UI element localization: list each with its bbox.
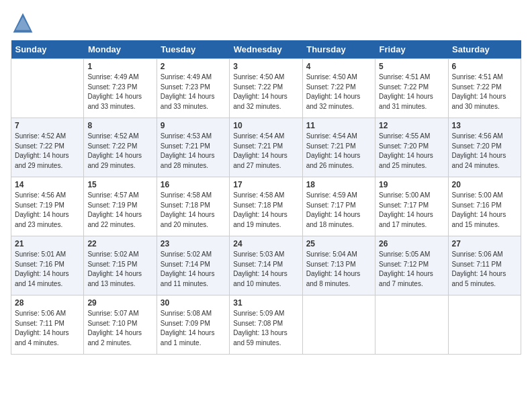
day-number: 30 [161,298,226,308]
calendar-cell: 20Sunrise: 5:00 AM Sunset: 7:16 PM Dayli… [448,177,521,236]
calendar-cell: 5Sunrise: 4:51 AM Sunset: 7:22 PM Daylig… [375,59,448,118]
column-header-wednesday: Wednesday [230,40,302,59]
day-number: 14 [15,180,80,189]
calendar-cell: 25Sunrise: 5:04 AM Sunset: 7:13 PM Dayli… [302,236,375,295]
day-info: Sunrise: 5:06 AM Sunset: 7:11 PM Dayligh… [452,250,517,289]
column-header-monday: Monday [84,40,157,59]
calendar-cell: 14Sunrise: 4:56 AM Sunset: 7:19 PM Dayli… [11,177,84,236]
day-number: 7 [15,121,80,130]
day-number: 15 [87,180,152,189]
day-number: 16 [161,180,226,189]
day-info: Sunrise: 4:57 AM Sunset: 7:19 PM Dayligh… [87,191,152,230]
calendar-cell: 12Sunrise: 4:55 AM Sunset: 7:20 PM Dayli… [375,118,448,177]
calendar-week-row: 1Sunrise: 4:49 AM Sunset: 7:23 PM Daylig… [11,59,521,118]
day-number: 10 [233,121,298,130]
day-number: 11 [306,121,371,130]
calendar-cell: 18Sunrise: 4:59 AM Sunset: 7:17 PM Dayli… [302,177,375,236]
day-number: 20 [452,180,517,189]
logo-icon [11,11,35,35]
calendar-cell [302,295,375,355]
calendar-table: SundayMondayTuesdayWednesdayThursdayFrid… [11,40,521,355]
day-info: Sunrise: 4:50 AM Sunset: 7:22 PM Dayligh… [306,73,371,111]
day-number: 29 [87,298,152,308]
day-info: Sunrise: 4:54 AM Sunset: 7:21 PM Dayligh… [233,132,298,171]
calendar-cell: 28Sunrise: 5:06 AM Sunset: 7:11 PM Dayli… [11,295,84,355]
day-number: 4 [306,62,371,71]
day-info: Sunrise: 4:50 AM Sunset: 7:22 PM Dayligh… [233,73,298,111]
day-number: 27 [452,239,517,248]
calendar-week-row: 28Sunrise: 5:06 AM Sunset: 7:11 PM Dayli… [11,295,521,355]
day-number: 5 [379,62,444,71]
day-info: Sunrise: 4:59 AM Sunset: 7:17 PM Dayligh… [306,191,371,230]
calendar-cell: 21Sunrise: 5:01 AM Sunset: 7:16 PM Dayli… [11,236,84,295]
calendar-cell: 24Sunrise: 5:03 AM Sunset: 7:14 PM Dayli… [230,236,302,295]
day-number: 23 [161,239,226,248]
day-info: Sunrise: 4:51 AM Sunset: 7:22 PM Dayligh… [452,73,517,111]
calendar-cell [448,295,521,355]
day-number: 18 [306,180,371,189]
day-info: Sunrise: 5:07 AM Sunset: 7:10 PM Dayligh… [87,309,152,348]
day-info: Sunrise: 4:54 AM Sunset: 7:21 PM Dayligh… [306,132,371,171]
calendar-cell: 31Sunrise: 5:09 AM Sunset: 7:08 PM Dayli… [230,295,302,355]
calendar-cell: 30Sunrise: 5:08 AM Sunset: 7:09 PM Dayli… [157,295,229,355]
day-info: Sunrise: 5:08 AM Sunset: 7:09 PM Dayligh… [161,309,226,348]
calendar-cell: 9Sunrise: 4:53 AM Sunset: 7:21 PM Daylig… [157,118,229,177]
calendar-cell: 16Sunrise: 4:58 AM Sunset: 7:18 PM Dayli… [157,177,229,236]
calendar-cell [11,59,84,118]
calendar-cell: 13Sunrise: 4:56 AM Sunset: 7:20 PM Dayli… [448,118,521,177]
column-header-saturday: Saturday [448,40,521,59]
day-info: Sunrise: 5:02 AM Sunset: 7:14 PM Dayligh… [161,250,226,289]
column-header-friday: Friday [375,40,448,59]
day-info: Sunrise: 5:00 AM Sunset: 7:17 PM Dayligh… [379,191,444,230]
calendar-cell [375,295,448,355]
calendar-cell: 27Sunrise: 5:06 AM Sunset: 7:11 PM Dayli… [448,236,521,295]
calendar-cell: 17Sunrise: 4:58 AM Sunset: 7:18 PM Dayli… [230,177,302,236]
calendar-cell: 10Sunrise: 4:54 AM Sunset: 7:21 PM Dayli… [230,118,302,177]
day-number: 2 [161,62,226,71]
day-number: 28 [15,298,80,308]
calendar-cell: 26Sunrise: 5:05 AM Sunset: 7:12 PM Dayli… [375,236,448,295]
day-info: Sunrise: 4:49 AM Sunset: 7:23 PM Dayligh… [87,73,152,111]
day-number: 1 [87,62,152,71]
day-info: Sunrise: 4:52 AM Sunset: 7:22 PM Dayligh… [15,132,80,171]
day-number: 6 [452,62,517,71]
day-number: 31 [233,298,298,308]
day-number: 26 [379,239,444,248]
day-info: Sunrise: 5:03 AM Sunset: 7:14 PM Dayligh… [233,250,298,289]
day-number: 24 [233,239,298,248]
day-number: 3 [233,62,298,71]
day-info: Sunrise: 4:53 AM Sunset: 7:21 PM Dayligh… [161,132,226,171]
day-number: 22 [87,239,152,248]
calendar-cell: 22Sunrise: 5:02 AM Sunset: 7:15 PM Dayli… [84,236,157,295]
day-number: 12 [379,121,444,130]
day-info: Sunrise: 5:02 AM Sunset: 7:15 PM Dayligh… [87,250,152,289]
calendar-cell: 4Sunrise: 4:50 AM Sunset: 7:22 PM Daylig… [302,59,375,118]
column-header-thursday: Thursday [302,40,375,59]
day-info: Sunrise: 5:04 AM Sunset: 7:13 PM Dayligh… [306,250,371,289]
calendar-cell: 6Sunrise: 4:51 AM Sunset: 7:22 PM Daylig… [448,59,521,118]
day-number: 21 [15,239,80,248]
day-info: Sunrise: 4:49 AM Sunset: 7:23 PM Dayligh… [161,73,226,111]
calendar-week-row: 14Sunrise: 4:56 AM Sunset: 7:19 PM Dayli… [11,177,521,236]
page-header [11,11,521,35]
calendar-cell: 11Sunrise: 4:54 AM Sunset: 7:21 PM Dayli… [302,118,375,177]
calendar-cell: 15Sunrise: 4:57 AM Sunset: 7:19 PM Dayli… [84,177,157,236]
calendar-week-row: 21Sunrise: 5:01 AM Sunset: 7:16 PM Dayli… [11,236,521,295]
calendar-cell: 7Sunrise: 4:52 AM Sunset: 7:22 PM Daylig… [11,118,84,177]
day-info: Sunrise: 4:51 AM Sunset: 7:22 PM Dayligh… [379,73,444,111]
day-info: Sunrise: 5:05 AM Sunset: 7:12 PM Dayligh… [379,250,444,289]
calendar-body: 1Sunrise: 4:49 AM Sunset: 7:23 PM Daylig… [11,59,521,355]
day-info: Sunrise: 4:55 AM Sunset: 7:20 PM Dayligh… [379,132,444,171]
day-number: 8 [87,121,152,130]
calendar-cell: 23Sunrise: 5:02 AM Sunset: 7:14 PM Dayli… [157,236,229,295]
calendar-cell: 3Sunrise: 4:50 AM Sunset: 7:22 PM Daylig… [230,59,302,118]
day-info: Sunrise: 5:06 AM Sunset: 7:11 PM Dayligh… [15,309,80,348]
calendar-cell: 2Sunrise: 4:49 AM Sunset: 7:23 PM Daylig… [157,59,229,118]
calendar-cell: 19Sunrise: 5:00 AM Sunset: 7:17 PM Dayli… [375,177,448,236]
day-number: 25 [306,239,371,248]
day-number: 13 [452,121,517,130]
day-info: Sunrise: 4:56 AM Sunset: 7:20 PM Dayligh… [452,132,517,171]
day-info: Sunrise: 4:56 AM Sunset: 7:19 PM Dayligh… [15,191,80,230]
day-number: 19 [379,180,444,189]
calendar-cell: 8Sunrise: 4:52 AM Sunset: 7:22 PM Daylig… [84,118,157,177]
